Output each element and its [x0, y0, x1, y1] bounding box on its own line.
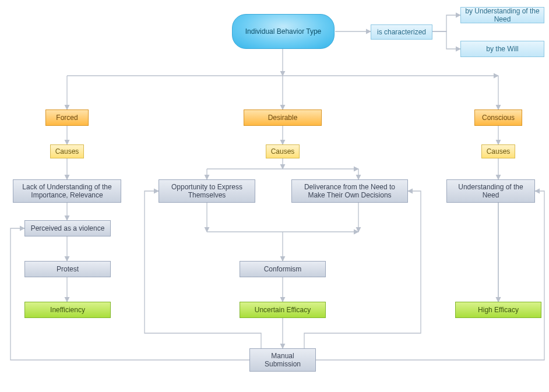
causes-desirable-label: Causes	[271, 147, 295, 156]
desirable-outcome-label: Uncertain Efficacy	[255, 306, 311, 314]
desirable-left: Opportunity to Express Themselves	[159, 179, 255, 203]
forced-outcome-label: Inefficiency	[50, 306, 85, 314]
node-by-will-label: by the Will	[486, 45, 518, 53]
causes-conscious: Causes	[481, 144, 515, 158]
causes-conscious-label: Causes	[487, 147, 511, 156]
forced-n3-label: Protest	[57, 265, 79, 273]
forced-outcome: Inefficiency	[24, 302, 111, 318]
title-desirable: Desirable	[244, 110, 322, 126]
forced-n1: Lack of Understanding of the Importance,…	[13, 179, 121, 203]
root-label: Individual Behavior Type	[245, 27, 322, 36]
forced-n2: Perceived as a violence	[24, 220, 111, 236]
desirable-right: Deliverance from the Need to Make Their …	[291, 179, 408, 203]
root-node: Individual Behavior Type	[232, 14, 335, 49]
title-forced-label: Forced	[56, 114, 78, 122]
link-characterized: is characterized	[371, 24, 432, 40]
desirable-left-label: Opportunity to Express Themselves	[163, 183, 251, 199]
manual-submission: Manual Submission	[249, 348, 316, 372]
forced-n1-label: Lack of Understanding of the Importance,…	[17, 183, 117, 199]
node-by-need: by Understanding of the Need	[460, 7, 544, 23]
conscious-n1-label: Understanding of the Need	[451, 183, 531, 199]
conscious-n1: Understanding of the Need	[446, 179, 535, 203]
title-conscious: Conscious	[474, 110, 522, 126]
forced-n3: Protest	[24, 261, 111, 277]
forced-n2-label: Perceived as a violence	[31, 224, 105, 232]
causes-forced-label: Causes	[55, 147, 79, 156]
causes-forced: Causes	[50, 144, 84, 158]
diagram-canvas: Individual Behavior Type is characterize…	[0, 0, 549, 392]
title-desirable-label: Desirable	[268, 114, 298, 122]
desirable-mid-label: Conformism	[264, 265, 302, 273]
desirable-right-label: Deliverance from the Need to Make Their …	[295, 183, 404, 199]
node-by-need-label: by Understanding of the Need	[464, 7, 540, 23]
title-forced: Forced	[45, 110, 89, 126]
manual-submission-label: Manual Submission	[254, 352, 312, 368]
title-conscious-label: Conscious	[482, 114, 515, 122]
conscious-outcome: High Efficacy	[455, 302, 541, 318]
desirable-mid: Conformism	[240, 261, 326, 277]
causes-desirable: Causes	[266, 144, 300, 158]
link-characterized-label: is characterized	[377, 28, 426, 36]
node-by-will: by the Will	[460, 41, 544, 57]
desirable-outcome: Uncertain Efficacy	[240, 302, 326, 318]
conscious-outcome-label: High Efficacy	[478, 306, 519, 314]
